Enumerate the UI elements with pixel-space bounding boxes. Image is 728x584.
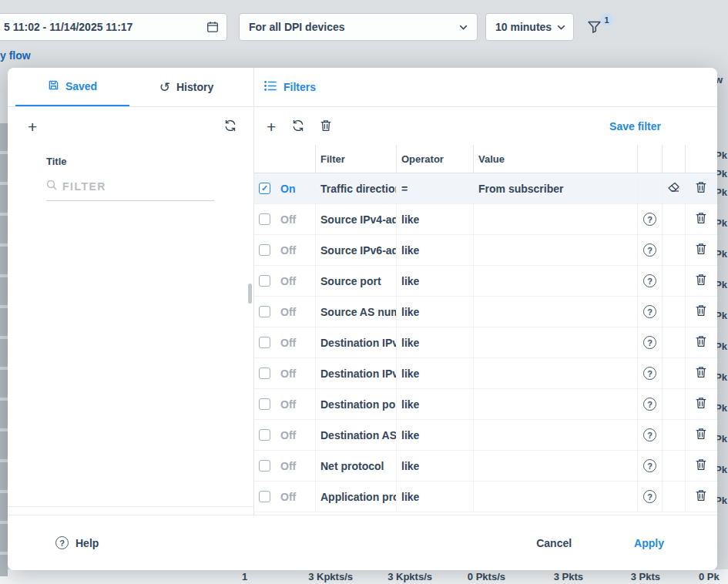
row-checkbox[interactable]	[259, 306, 270, 317]
cancel-button[interactable]: Cancel	[536, 537, 572, 549]
title-filter-field	[46, 180, 214, 201]
delete-all-filters-button[interactable]	[320, 119, 331, 134]
row-toggle-label[interactable]: Off	[274, 420, 316, 450]
row-checkbox[interactable]	[259, 275, 270, 287]
clear-filter-button[interactable]	[667, 182, 680, 195]
delete-row-button[interactable]	[696, 304, 706, 319]
row-value[interactable]	[474, 204, 638, 234]
help-icon[interactable]	[643, 459, 656, 472]
trash-icon	[696, 366, 706, 381]
help-icon[interactable]	[643, 274, 656, 287]
help-icon[interactable]	[643, 428, 656, 441]
row-filter-name[interactable]: Source IPv4-address	[316, 204, 397, 234]
row-toggle-label[interactable]: On	[274, 173, 316, 203]
interval-select[interactable]: 10 minutes	[485, 13, 574, 41]
row-operator[interactable]: like	[397, 266, 474, 296]
delete-row-button[interactable]	[696, 274, 706, 288]
sync-icon	[224, 119, 237, 134]
row-toggle-label[interactable]: Off	[274, 389, 316, 419]
delete-row-button[interactable]	[696, 212, 706, 227]
row-toggle-label[interactable]: Off	[274, 327, 316, 357]
apply-button[interactable]: Apply	[634, 537, 664, 549]
row-toggle-label[interactable]: Off	[274, 297, 316, 327]
row-operator[interactable]: like	[397, 482, 474, 512]
help-icon[interactable]	[643, 490, 656, 503]
help-button[interactable]: Help	[55, 536, 99, 549]
device-select[interactable]: For all DPI devices	[239, 13, 478, 41]
row-value[interactable]: From subscriber	[474, 173, 638, 203]
row-operator[interactable]: like	[397, 420, 474, 450]
row-filter-name[interactable]: Source IPv6-address	[316, 235, 397, 265]
row-filter-name[interactable]: Source port	[316, 266, 397, 296]
row-filter-name[interactable]: Application protocol	[316, 482, 397, 512]
help-icon[interactable]	[643, 367, 656, 380]
delete-row-button[interactable]	[696, 397, 706, 411]
row-checkbox[interactable]	[259, 213, 270, 225]
row-value[interactable]	[474, 327, 638, 357]
row-checkbox[interactable]	[259, 183, 270, 194]
title-filter-input[interactable]	[62, 180, 201, 193]
refresh-filters-button[interactable]	[292, 119, 304, 134]
row-checkbox[interactable]	[259, 244, 270, 256]
row-operator[interactable]: like	[397, 358, 474, 388]
row-value[interactable]	[474, 389, 638, 419]
delete-row-button[interactable]	[696, 181, 706, 196]
help-icon[interactable]	[643, 243, 656, 257]
delete-row-button[interactable]	[696, 489, 706, 504]
row-filter-name[interactable]: Destination IPv6-address	[316, 358, 397, 388]
row-filter-name[interactable]: Net protocol	[316, 451, 397, 481]
row-filter-name[interactable]: Source AS number	[316, 297, 397, 327]
row-checkbox[interactable]	[259, 491, 270, 502]
filter-funnel-button[interactable]	[587, 20, 602, 36]
row-checkbox[interactable]	[259, 460, 270, 472]
row-checkbox[interactable]	[259, 398, 270, 410]
row-value[interactable]	[474, 451, 638, 481]
add-saved-filter-button[interactable]	[28, 119, 37, 135]
row-operator[interactable]: like	[397, 235, 474, 265]
row-toggle-label[interactable]: Off	[274, 204, 316, 234]
flow-breadcrumb-link[interactable]: y flow	[0, 49, 31, 62]
refresh-saved-button[interactable]	[224, 119, 237, 134]
tab-saved[interactable]: Saved	[15, 68, 129, 106]
row-value[interactable]	[474, 297, 638, 327]
delete-row-button[interactable]	[696, 428, 706, 442]
row-filter-name[interactable]: Destination port	[316, 389, 397, 419]
row-operator[interactable]: like	[397, 327, 474, 357]
col-header-filter: Filter	[316, 145, 397, 173]
row-filter-name[interactable]: Destination AS number	[316, 420, 397, 450]
filter-row: Off Destination AS number like	[254, 420, 717, 451]
help-icon[interactable]	[643, 336, 656, 349]
row-toggle-label[interactable]: Off	[274, 235, 316, 265]
row-checkbox[interactable]	[259, 337, 270, 348]
date-range-picker[interactable]: 5 11:02 - 11/14/2025 11:17	[0, 13, 227, 41]
row-checkbox[interactable]	[259, 429, 270, 441]
help-icon[interactable]	[643, 398, 656, 411]
row-operator[interactable]: like	[397, 389, 474, 419]
row-filter-name[interactable]: Traffic direction	[316, 173, 397, 203]
delete-row-button[interactable]	[696, 366, 706, 381]
row-value[interactable]	[474, 235, 638, 265]
row-value[interactable]	[474, 358, 638, 388]
row-value[interactable]	[474, 420, 638, 450]
row-checkbox[interactable]	[259, 368, 270, 379]
row-filter-name[interactable]: Destination IPv4-address	[316, 327, 397, 357]
row-operator[interactable]: =	[397, 173, 474, 203]
row-toggle-label[interactable]: Off	[274, 358, 316, 388]
row-operator[interactable]: like	[397, 451, 474, 481]
row-toggle-label[interactable]: Off	[274, 266, 316, 296]
row-operator[interactable]: like	[397, 204, 474, 234]
add-filter-button[interactable]	[267, 119, 276, 135]
help-icon[interactable]	[643, 305, 656, 318]
row-value[interactable]	[474, 482, 638, 512]
help-icon[interactable]	[643, 213, 656, 226]
tab-history[interactable]: History	[129, 68, 243, 106]
scrollbar-thumb[interactable]	[248, 284, 252, 304]
save-filter-button[interactable]: Save filter	[609, 120, 661, 133]
delete-row-button[interactable]	[696, 458, 706, 473]
row-operator[interactable]: like	[397, 297, 474, 327]
delete-row-button[interactable]	[696, 335, 706, 350]
row-toggle-label[interactable]: Off	[274, 482, 316, 512]
row-value[interactable]	[474, 266, 638, 296]
delete-row-button[interactable]	[696, 243, 706, 257]
row-toggle-label[interactable]: Off	[274, 451, 316, 481]
